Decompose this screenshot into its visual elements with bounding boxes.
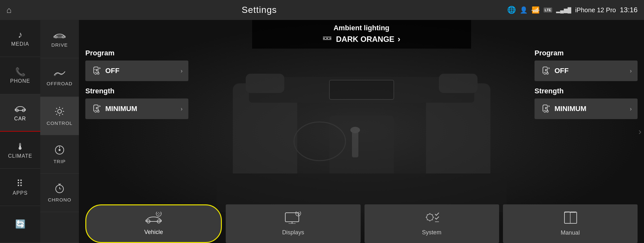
system-button-label: System: [422, 229, 441, 236]
left-program-chevron: ›: [181, 68, 183, 74]
svg-point-32: [95, 110, 97, 112]
vehicle-button[interactable]: Vehicle: [85, 204, 222, 243]
left-strength-value: MINIMUM: [105, 105, 177, 113]
system-button[interactable]: System: [365, 204, 499, 243]
sidebar2-label-chrono: CHRONO: [48, 197, 71, 202]
top-bar-right: 🌐 👤 📶 LTE ▂▄▆█ iPhone 12 Pro 13:16: [507, 6, 638, 14]
extra-icon: 🔄: [15, 219, 25, 229]
manual-button[interactable]: Manual: [503, 204, 638, 243]
right-strength-chevron: ›: [630, 106, 632, 112]
ambient-light-icon: [322, 36, 333, 42]
left-program-control[interactable]: OFF ›: [85, 61, 188, 81]
left-program-title: Program: [85, 49, 188, 57]
svg-line-58: [427, 214, 428, 215]
left-strength-title: Strength: [85, 87, 188, 95]
ambient-chevron: ›: [398, 34, 401, 44]
sidebar2-label-control: CONTROL: [47, 120, 72, 126]
right-strength-value: MINIMUM: [554, 105, 626, 113]
svg-point-30: [95, 72, 97, 74]
bottom-navigation: Vehicle Displays: [85, 204, 638, 243]
apps-icon: ⠿: [16, 178, 24, 189]
sidebar-item-phone[interactable]: 📞 PHONE: [0, 57, 40, 94]
ambient-lighting-banner[interactable]: Ambient lighting DARK ORANGE ›: [252, 20, 471, 49]
manual-button-label: Manual: [561, 229, 580, 236]
phone-icon: 📞: [15, 67, 25, 77]
signal-bars: ▂▄▆█: [556, 7, 571, 13]
manual-icon: [562, 211, 579, 227]
sidebar-item-extra[interactable]: 🔄: [0, 206, 40, 243]
person-icon: 👤: [520, 6, 528, 14]
svg-rect-16: [329, 116, 394, 180]
control-gear-icon: [54, 106, 65, 119]
right-strength-title: Strength: [535, 87, 638, 95]
ambient-title: Ambient lighting: [259, 24, 465, 32]
sidebar2-label-offroad: OFFROAD: [47, 81, 72, 86]
right-program-control[interactable]: OFF ›: [535, 61, 638, 81]
chrono-icon: [54, 183, 65, 196]
sidebar-label-phone: PHONE: [10, 78, 30, 84]
svg-point-24: [350, 127, 360, 133]
sidebar-item-apps[interactable]: ⠿ APPS: [0, 169, 40, 206]
left-seat-panel: Program OFF › Strength: [85, 49, 188, 125]
sidebar-item-climate[interactable]: 🌡 CLIMATE: [0, 132, 40, 169]
right-seat-program-icon: [540, 65, 551, 77]
right-program-value: OFF: [554, 67, 626, 75]
vehicle-button-label: Vehicle: [144, 229, 163, 236]
right-nav-chevron[interactable]: ›: [639, 126, 641, 137]
sidebar-item-car[interactable]: CAR: [0, 94, 40, 132]
right-program-chevron: ›: [630, 68, 632, 74]
svg-point-5: [58, 109, 62, 113]
svg-line-60: [432, 214, 433, 215]
sidebar-item-media[interactable]: ♪ MEDIA: [0, 20, 40, 57]
left-strength-control[interactable]: MINIMUM ›: [85, 98, 188, 119]
sidebar2-label-drive: DRIVE: [52, 42, 68, 48]
right-program-title: Program: [535, 49, 638, 57]
right-seat-panel: Program OFF › Strength: [535, 49, 638, 125]
page-title: Settings: [242, 5, 277, 15]
vehicle-settings-icon: [145, 212, 163, 226]
left-sidebar: ♪ MEDIA 📞 PHONE CAR 🌡 CLIMATE ⠿ APPS 🔄: [0, 20, 40, 243]
media-icon: ♪: [18, 30, 23, 40]
top-bar-left: ⌂: [6, 5, 12, 15]
phone-name: iPhone 12 Pro: [575, 6, 616, 14]
sidebar-label-car: CAR: [14, 116, 26, 122]
system-icon: [423, 211, 440, 227]
displays-button-label: Displays: [282, 229, 304, 236]
sidebar2-item-drive[interactable]: DRIVE: [40, 20, 79, 58]
climate-icon: 🌡: [16, 141, 25, 152]
sidebar2-item-chrono[interactable]: CHRONO: [40, 174, 79, 212]
right-sidebar: DRIVE OFFROAD CONTROL TRIP: [40, 20, 79, 243]
globe-icon: 🌐: [507, 6, 516, 14]
svg-line-59: [432, 220, 433, 220]
svg-rect-23: [352, 132, 358, 157]
sidebar-label-apps: APPS: [13, 190, 28, 196]
car-icon: [14, 103, 27, 115]
left-strength-chevron: ›: [181, 106, 183, 112]
left-seat-strength-icon: [91, 103, 101, 115]
svg-rect-21: [439, 74, 478, 93]
sidebar2-item-control[interactable]: CONTROL: [40, 97, 79, 135]
sidebar-label-media: MEDIA: [11, 41, 29, 47]
clock: 13:16: [620, 6, 638, 14]
home-icon[interactable]: ⌂: [6, 5, 12, 15]
lte-badge: LTE: [544, 7, 553, 13]
sidebar2-label-trip: TRIP: [53, 159, 66, 164]
sidebar2-item-extra[interactable]: [40, 212, 79, 243]
svg-point-7: [59, 149, 61, 151]
left-program-value: OFF: [105, 67, 177, 75]
displays-icon: [285, 211, 301, 227]
right-strength-control[interactable]: MINIMUM ›: [535, 98, 638, 119]
offroad-icon: [53, 69, 66, 79]
displays-button[interactable]: Displays: [226, 204, 360, 243]
svg-point-34: [544, 72, 546, 74]
svg-rect-45: [285, 213, 299, 222]
sidebar2-item-trip[interactable]: TRIP: [40, 135, 79, 173]
ambient-color-value: DARK ORANGE: [336, 35, 394, 44]
svg-rect-19: [329, 80, 394, 99]
main-content: Ambient lighting DARK ORANGE › Program: [79, 20, 644, 243]
left-seat-program-icon: [91, 65, 101, 77]
svg-point-36: [544, 110, 546, 112]
svg-rect-20: [246, 74, 284, 93]
right-seat-strength-icon: [540, 103, 551, 115]
sidebar2-item-offroad[interactable]: OFFROAD: [40, 58, 79, 97]
